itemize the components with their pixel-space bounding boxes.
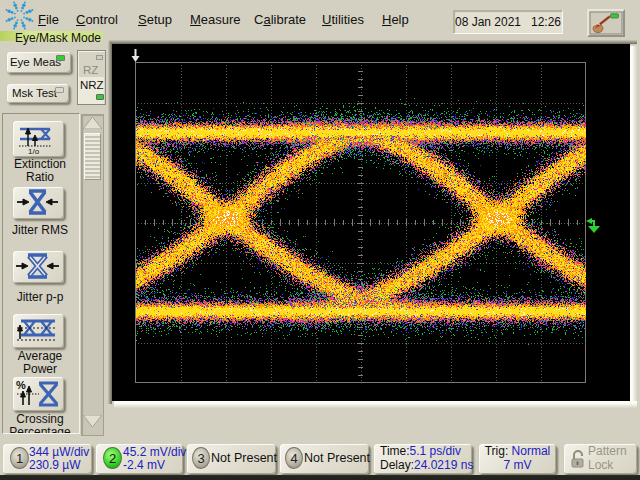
svg-text:1/o: 1/o <box>28 147 40 155</box>
svg-text:%: % <box>16 379 26 391</box>
